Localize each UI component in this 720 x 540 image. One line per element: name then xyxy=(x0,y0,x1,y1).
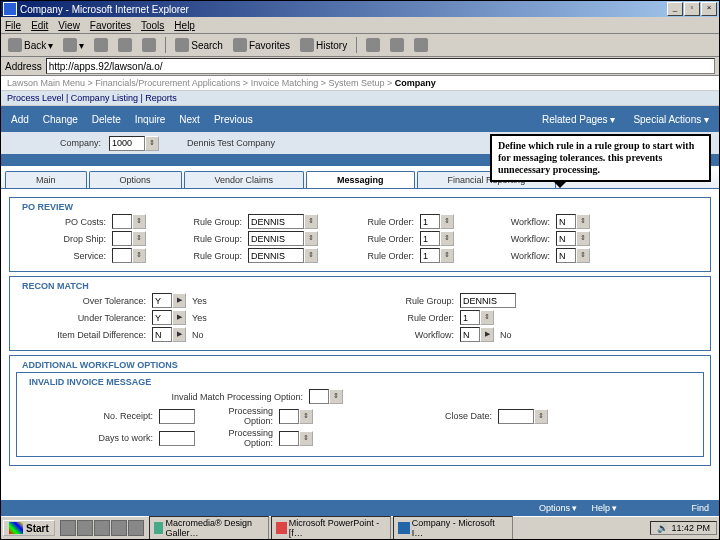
action-delete[interactable]: Delete xyxy=(92,114,121,125)
menu-file[interactable]: File xyxy=(5,20,21,31)
home-button[interactable] xyxy=(139,37,159,53)
mail-button[interactable] xyxy=(363,37,383,53)
task-item[interactable]: Microsoft PowerPoint - [f… xyxy=(271,516,391,540)
lookup-icon[interactable]: ⇕ xyxy=(576,231,590,246)
task-item[interactable]: Macromedia® Design Galler… xyxy=(149,516,269,540)
workflow-input[interactable] xyxy=(556,248,576,263)
lookup-icon[interactable]: ⇕ xyxy=(534,409,548,424)
over-tolerance-input[interactable] xyxy=(152,293,172,308)
company-lookup-icon[interactable]: ⇕ xyxy=(145,136,159,151)
rule-order-input[interactable] xyxy=(420,214,440,229)
close-date-input[interactable] xyxy=(498,409,534,424)
rule-group-input[interactable] xyxy=(248,214,304,229)
under-tolerance-input[interactable] xyxy=(152,310,172,325)
star-icon xyxy=(233,38,247,52)
sub-nav[interactable]: Process Level | Company Listing | Report… xyxy=(1,91,719,106)
task-item[interactable]: Company - Microsoft I… xyxy=(393,516,513,540)
special-actions[interactable]: Special Actions ▾ xyxy=(633,114,709,125)
action-change[interactable]: Change xyxy=(43,114,78,125)
lookup-icon[interactable]: ⇕ xyxy=(329,389,343,404)
stop-button[interactable] xyxy=(91,37,111,53)
action-add[interactable]: Add xyxy=(11,114,29,125)
tab-vendor-claims[interactable]: Vendor Claims xyxy=(184,171,305,188)
processing-option-input2[interactable] xyxy=(279,431,299,446)
tab-messaging[interactable]: Messaging xyxy=(306,171,415,188)
lookup-icon[interactable]: ⇕ xyxy=(304,231,318,246)
rule-group-input[interactable] xyxy=(248,231,304,246)
processing-option-input[interactable] xyxy=(279,409,299,424)
lookup-icon[interactable]: ⇕ xyxy=(299,431,313,446)
lookup-icon[interactable]: ⇕ xyxy=(440,248,454,263)
lookup-icon[interactable]: ⇕ xyxy=(132,231,146,246)
related-pages[interactable]: Related Pages ▾ xyxy=(542,114,615,125)
lookup-icon[interactable]: ⇕ xyxy=(304,214,318,229)
footer-options[interactable]: Options ▾ xyxy=(539,503,578,513)
address-input[interactable] xyxy=(46,58,715,74)
menu-favorites[interactable]: Favorites xyxy=(90,20,131,31)
system-tray[interactable]: 🔊11:42 PM xyxy=(650,521,717,535)
lookup-icon[interactable]: ⇕ xyxy=(576,248,590,263)
days-to-work-input[interactable] xyxy=(159,431,195,446)
footer-help[interactable]: Help ▾ xyxy=(591,503,617,513)
lookup-icon[interactable]: ▶ xyxy=(172,327,186,342)
company-input[interactable] xyxy=(109,136,145,151)
footer-find[interactable]: Find xyxy=(691,503,709,513)
service-input[interactable] xyxy=(112,248,132,263)
minimize-button[interactable]: _ xyxy=(667,2,683,16)
menu-view[interactable]: View xyxy=(58,20,80,31)
maximize-button[interactable]: ▫ xyxy=(684,2,700,16)
favorites-button[interactable]: Favorites xyxy=(230,37,293,53)
lookup-icon[interactable]: ⇕ xyxy=(480,310,494,325)
lookup-icon[interactable]: ⇕ xyxy=(440,214,454,229)
recon-rule-order[interactable] xyxy=(460,310,480,325)
lookup-icon[interactable]: ▶ xyxy=(172,310,186,325)
recon-workflow[interactable] xyxy=(460,327,480,342)
lookup-icon[interactable]: ⇕ xyxy=(304,248,318,263)
close-button[interactable]: × xyxy=(701,2,717,16)
back-button[interactable]: Back ▾ xyxy=(5,37,56,53)
invalid-match-processing[interactable] xyxy=(309,389,329,404)
po-costs-input[interactable] xyxy=(112,214,132,229)
tab-options[interactable]: Options xyxy=(89,171,182,188)
taskbar: Start Macromedia® Design Galler… Microso… xyxy=(1,516,719,539)
footer-bar: Options ▾ Help ▾ Find xyxy=(1,500,719,516)
ql-ie-icon[interactable] xyxy=(60,520,76,536)
workflow-input[interactable] xyxy=(556,231,576,246)
lookup-icon[interactable]: ⇕ xyxy=(132,248,146,263)
edit-button[interactable] xyxy=(411,37,431,53)
ql-desktop-icon[interactable] xyxy=(94,520,110,536)
print-button[interactable] xyxy=(387,37,407,53)
lookup-icon[interactable]: ▶ xyxy=(172,293,186,308)
ql-app2-icon[interactable] xyxy=(128,520,144,536)
menu-tools[interactable]: Tools xyxy=(141,20,164,31)
lookup-icon[interactable]: ⇕ xyxy=(440,231,454,246)
lookup-icon[interactable]: ▶ xyxy=(480,327,494,342)
powerpoint-icon xyxy=(276,522,287,534)
no-receipt-input[interactable] xyxy=(159,409,195,424)
tab-main[interactable]: Main xyxy=(5,171,87,188)
recon-rule-group[interactable] xyxy=(460,293,516,308)
rule-group-input[interactable] xyxy=(248,248,304,263)
lookup-icon[interactable]: ⇕ xyxy=(576,214,590,229)
item-detail-diff-input[interactable] xyxy=(152,327,172,342)
ql-outlook-icon[interactable] xyxy=(77,520,93,536)
rule-order-input[interactable] xyxy=(420,231,440,246)
lookup-icon[interactable]: ⇕ xyxy=(132,214,146,229)
action-inquire[interactable]: Inquire xyxy=(135,114,166,125)
refresh-button[interactable] xyxy=(115,37,135,53)
lookup-icon[interactable]: ⇕ xyxy=(299,409,313,424)
menu-help[interactable]: Help xyxy=(174,20,195,31)
ql-app-icon[interactable] xyxy=(111,520,127,536)
start-button[interactable]: Start xyxy=(3,520,55,536)
workflow-input[interactable] xyxy=(556,214,576,229)
drop-ship-input[interactable] xyxy=(112,231,132,246)
recon-legend: RECON MATCH xyxy=(18,281,93,291)
history-button[interactable]: History xyxy=(297,37,350,53)
forward-button[interactable]: ▾ xyxy=(60,37,87,53)
menu-edit[interactable]: Edit xyxy=(31,20,48,31)
action-previous[interactable]: Previous xyxy=(214,114,253,125)
rule-order-input[interactable] xyxy=(420,248,440,263)
action-next[interactable]: Next xyxy=(179,114,200,125)
search-button[interactable]: Search xyxy=(172,37,226,53)
mail-icon xyxy=(366,38,380,52)
